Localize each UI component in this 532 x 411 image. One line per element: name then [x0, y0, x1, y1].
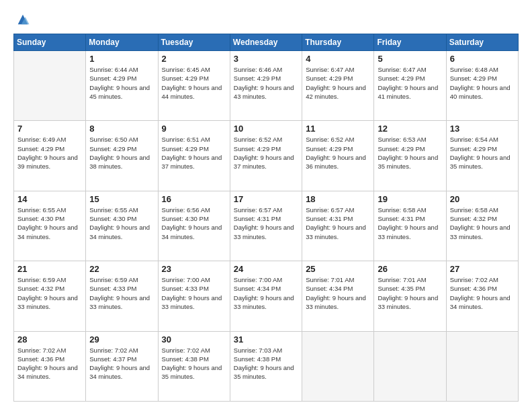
- calendar-week-row: 1Sunrise: 6:44 AMSunset: 4:29 PMDaylight…: [14, 51, 519, 121]
- day-number: 2: [162, 54, 226, 64]
- table-row: 11Sunrise: 6:52 AMSunset: 4:29 PMDayligh…: [302, 121, 374, 191]
- weekday-wednesday: Wednesday: [230, 34, 302, 51]
- day-info: Sunrise: 6:48 AMSunset: 4:29 PMDaylight:…: [450, 65, 515, 101]
- table-row: 1Sunrise: 6:44 AMSunset: 4:29 PMDaylight…: [86, 51, 158, 121]
- day-info: Sunrise: 6:59 AMSunset: 4:33 PMDaylight:…: [89, 275, 154, 311]
- weekday-friday: Friday: [374, 34, 446, 51]
- day-number: 23: [162, 264, 226, 274]
- day-info: Sunrise: 7:00 AMSunset: 4:34 PMDaylight:…: [234, 275, 298, 311]
- day-number: 25: [306, 264, 370, 274]
- day-number: 13: [450, 124, 515, 134]
- table-row: 23Sunrise: 7:00 AMSunset: 4:33 PMDayligh…: [158, 261, 230, 331]
- day-info: Sunrise: 6:51 AMSunset: 4:29 PMDaylight:…: [162, 135, 226, 171]
- day-info: Sunrise: 6:53 AMSunset: 4:29 PMDaylight:…: [378, 135, 442, 171]
- table-row: 20Sunrise: 6:58 AMSunset: 4:32 PMDayligh…: [446, 191, 518, 261]
- day-number: 8: [89, 124, 154, 134]
- day-number: 21: [17, 264, 82, 274]
- weekday-thursday: Thursday: [302, 34, 374, 51]
- table-row: [14, 51, 86, 121]
- day-info: Sunrise: 6:47 AMSunset: 4:29 PMDaylight:…: [378, 65, 442, 101]
- day-info: Sunrise: 6:52 AMSunset: 4:29 PMDaylight:…: [306, 135, 370, 171]
- day-info: Sunrise: 6:52 AMSunset: 4:29 PMDaylight:…: [234, 135, 298, 171]
- table-row: 12Sunrise: 6:53 AMSunset: 4:29 PMDayligh…: [374, 121, 446, 191]
- day-info: Sunrise: 6:57 AMSunset: 4:31 PMDaylight:…: [234, 205, 298, 241]
- day-info: Sunrise: 6:49 AMSunset: 4:29 PMDaylight:…: [17, 135, 82, 171]
- table-row: 5Sunrise: 6:47 AMSunset: 4:29 PMDaylight…: [374, 51, 446, 121]
- header: [13, 12, 519, 27]
- calendar-page: Sunday Monday Tuesday Wednesday Thursday…: [0, 0, 532, 411]
- day-number: 29: [89, 334, 154, 345]
- day-info: Sunrise: 7:00 AMSunset: 4:33 PMDaylight:…: [162, 275, 226, 311]
- day-number: 26: [378, 264, 442, 274]
- day-info: Sunrise: 6:45 AMSunset: 4:29 PMDaylight:…: [162, 65, 226, 101]
- table-row: 29Sunrise: 7:02 AMSunset: 4:37 PMDayligh…: [86, 331, 158, 401]
- day-number: 19: [378, 194, 442, 204]
- table-row: 16Sunrise: 6:56 AMSunset: 4:30 PMDayligh…: [158, 191, 230, 261]
- calendar-week-row: 28Sunrise: 7:02 AMSunset: 4:36 PMDayligh…: [14, 331, 519, 401]
- table-row: 17Sunrise: 6:57 AMSunset: 4:31 PMDayligh…: [230, 191, 302, 261]
- day-info: Sunrise: 7:02 AMSunset: 4:38 PMDaylight:…: [162, 346, 226, 381]
- day-info: Sunrise: 6:46 AMSunset: 4:29 PMDaylight:…: [234, 65, 298, 101]
- table-row: 24Sunrise: 7:00 AMSunset: 4:34 PMDayligh…: [230, 261, 302, 331]
- day-number: 17: [234, 194, 298, 204]
- day-info: Sunrise: 6:50 AMSunset: 4:29 PMDaylight:…: [89, 135, 154, 171]
- table-row: 9Sunrise: 6:51 AMSunset: 4:29 PMDaylight…: [158, 121, 230, 191]
- table-row: 28Sunrise: 7:02 AMSunset: 4:36 PMDayligh…: [14, 331, 86, 401]
- day-number: 31: [234, 334, 298, 345]
- day-info: Sunrise: 6:55 AMSunset: 4:30 PMDaylight:…: [89, 205, 154, 241]
- table-row: 21Sunrise: 6:59 AMSunset: 4:32 PMDayligh…: [14, 261, 86, 331]
- day-number: 10: [234, 124, 298, 134]
- table-row: 22Sunrise: 6:59 AMSunset: 4:33 PMDayligh…: [86, 261, 158, 331]
- calendar-week-row: 7Sunrise: 6:49 AMSunset: 4:29 PMDaylight…: [14, 121, 519, 191]
- day-info: Sunrise: 6:58 AMSunset: 4:32 PMDaylight:…: [450, 205, 515, 241]
- table-row: [446, 331, 518, 401]
- table-row: 6Sunrise: 6:48 AMSunset: 4:29 PMDaylight…: [446, 51, 518, 121]
- table-row: 26Sunrise: 7:01 AMSunset: 4:35 PMDayligh…: [374, 261, 446, 331]
- table-row: 15Sunrise: 6:55 AMSunset: 4:30 PMDayligh…: [86, 191, 158, 261]
- table-row: 7Sunrise: 6:49 AMSunset: 4:29 PMDaylight…: [14, 121, 86, 191]
- day-info: Sunrise: 7:03 AMSunset: 4:38 PMDaylight:…: [234, 346, 298, 381]
- day-number: 4: [306, 54, 370, 64]
- calendar-week-row: 14Sunrise: 6:55 AMSunset: 4:30 PMDayligh…: [14, 191, 519, 261]
- logo-icon: [15, 12, 30, 27]
- day-info: Sunrise: 6:56 AMSunset: 4:30 PMDaylight:…: [162, 205, 226, 241]
- day-number: 16: [162, 194, 226, 204]
- table-row: 27Sunrise: 7:02 AMSunset: 4:36 PMDayligh…: [446, 261, 518, 331]
- table-row: [302, 331, 374, 401]
- day-info: Sunrise: 6:44 AMSunset: 4:29 PMDaylight:…: [89, 65, 154, 101]
- calendar-table: Sunday Monday Tuesday Wednesday Thursday…: [13, 34, 519, 402]
- day-number: 27: [450, 264, 515, 274]
- day-info: Sunrise: 6:59 AMSunset: 4:32 PMDaylight:…: [17, 275, 82, 311]
- day-info: Sunrise: 7:02 AMSunset: 4:36 PMDaylight:…: [450, 275, 515, 311]
- calendar-week-row: 21Sunrise: 6:59 AMSunset: 4:32 PMDayligh…: [14, 261, 519, 331]
- weekday-header-row: Sunday Monday Tuesday Wednesday Thursday…: [14, 34, 519, 51]
- table-row: 31Sunrise: 7:03 AMSunset: 4:38 PMDayligh…: [230, 331, 302, 401]
- day-info: Sunrise: 7:02 AMSunset: 4:36 PMDaylight:…: [17, 346, 82, 381]
- weekday-saturday: Saturday: [446, 34, 518, 51]
- day-number: 15: [89, 194, 154, 204]
- day-info: Sunrise: 6:47 AMSunset: 4:29 PMDaylight:…: [306, 65, 370, 101]
- table-row: 3Sunrise: 6:46 AMSunset: 4:29 PMDaylight…: [230, 51, 302, 121]
- table-row: 2Sunrise: 6:45 AMSunset: 4:29 PMDaylight…: [158, 51, 230, 121]
- table-row: 10Sunrise: 6:52 AMSunset: 4:29 PMDayligh…: [230, 121, 302, 191]
- day-info: Sunrise: 6:54 AMSunset: 4:29 PMDaylight:…: [450, 135, 515, 171]
- day-number: 20: [450, 194, 515, 204]
- day-number: 1: [89, 54, 154, 64]
- table-row: 18Sunrise: 6:57 AMSunset: 4:31 PMDayligh…: [302, 191, 374, 261]
- table-row: 13Sunrise: 6:54 AMSunset: 4:29 PMDayligh…: [446, 121, 518, 191]
- day-info: Sunrise: 6:57 AMSunset: 4:31 PMDaylight:…: [306, 205, 370, 241]
- day-number: 3: [234, 54, 298, 64]
- day-info: Sunrise: 7:01 AMSunset: 4:35 PMDaylight:…: [378, 275, 442, 311]
- day-number: 12: [378, 124, 442, 134]
- day-number: 14: [17, 194, 82, 204]
- day-number: 28: [17, 334, 82, 345]
- table-row: 30Sunrise: 7:02 AMSunset: 4:38 PMDayligh…: [158, 331, 230, 401]
- weekday-tuesday: Tuesday: [158, 34, 230, 51]
- day-number: 30: [162, 334, 226, 345]
- day-info: Sunrise: 7:02 AMSunset: 4:37 PMDaylight:…: [89, 346, 154, 381]
- day-number: 24: [234, 264, 298, 274]
- day-info: Sunrise: 6:55 AMSunset: 4:30 PMDaylight:…: [17, 205, 82, 241]
- logo: [13, 12, 30, 27]
- weekday-sunday: Sunday: [14, 34, 86, 51]
- table-row: 4Sunrise: 6:47 AMSunset: 4:29 PMDaylight…: [302, 51, 374, 121]
